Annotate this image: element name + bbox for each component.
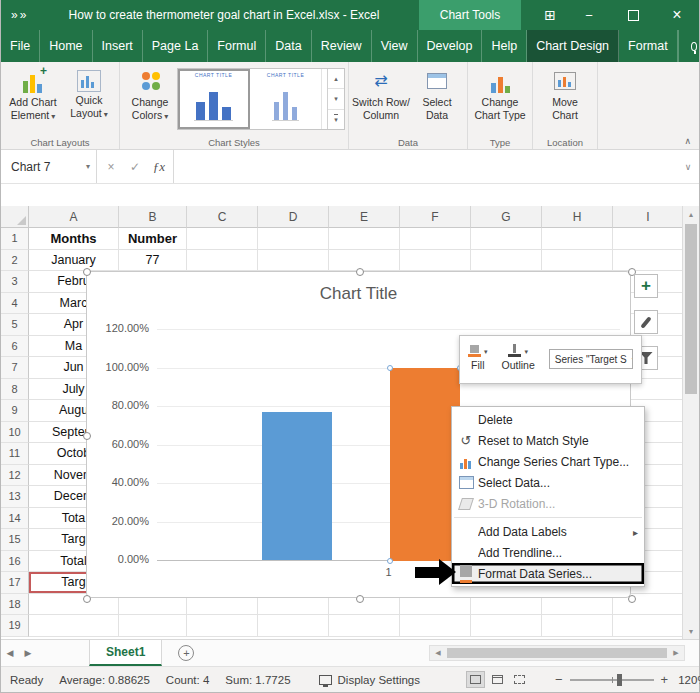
cell-d19[interactable]	[258, 615, 329, 637]
quick-access-toolbar-icon[interactable]	[11, 0, 28, 30]
minimize-button[interactable]	[567, 0, 611, 30]
select-all-button[interactable]	[1, 206, 29, 228]
gallery-more-icon[interactable]	[328, 110, 344, 129]
normal-view-icon[interactable]	[466, 671, 485, 688]
row-header-6[interactable]: 6	[1, 336, 29, 358]
tab-home[interactable]: Home	[40, 30, 92, 62]
cell-i2[interactable]	[613, 250, 684, 272]
column-header-c[interactable]: C	[187, 206, 258, 228]
select-data-button[interactable]: Select Data	[410, 65, 464, 122]
cell-c1[interactable]	[187, 228, 258, 250]
row-header-14[interactable]: 14	[1, 508, 29, 530]
row-header-12[interactable]: 12	[1, 465, 29, 487]
gallery-down-icon[interactable]	[328, 89, 344, 109]
expand-formula-bar-icon[interactable]	[677, 150, 699, 183]
tab-page-la[interactable]: Page La	[143, 30, 209, 62]
sheet-nav-left-icon[interactable]	[1, 640, 19, 666]
menu-item-reset-to-match-style[interactable]: Reset to Match Style	[452, 430, 644, 451]
zoom-in-icon[interactable]	[661, 672, 669, 687]
row-header-19[interactable]: 19	[1, 615, 29, 637]
outline-button[interactable]: Outline	[502, 341, 535, 378]
cell-a1[interactable]: Months	[29, 228, 119, 250]
column-header-a[interactable]: A	[29, 206, 119, 228]
tab-chart-design[interactable]: Chart Design	[527, 30, 619, 62]
tab-insert[interactable]: Insert	[93, 30, 143, 62]
menu-item-change-series-chart-type[interactable]: Change Series Chart Type...	[452, 451, 644, 472]
chart-selection-handle[interactable]	[83, 595, 91, 603]
sheet-tab-sheet1[interactable]: Sheet1	[89, 640, 162, 666]
enter-icon[interactable]: ✓	[123, 160, 147, 174]
formula-input[interactable]	[174, 150, 677, 183]
status-average[interactable]: Average: 0.88625	[59, 674, 150, 686]
row-header-11[interactable]: 11	[1, 443, 29, 465]
scroll-left-icon[interactable]	[431, 649, 445, 657]
cell-e1[interactable]	[329, 228, 400, 250]
horizontal-scrollbar-thumb[interactable]	[447, 648, 667, 658]
move-chart-button[interactable]: Move Chart	[536, 65, 594, 122]
cell-g19[interactable]	[471, 615, 542, 637]
cell-h1[interactable]	[542, 228, 613, 250]
tab-file[interactable]: File	[1, 30, 40, 62]
chart-selection-handle[interactable]	[83, 268, 91, 276]
cell-g2[interactable]	[471, 250, 542, 272]
cell-a19[interactable]	[29, 615, 119, 637]
tab-help[interactable]: Help	[482, 30, 527, 62]
sheet-nav-right-icon[interactable]	[19, 640, 37, 666]
zoom-slider-thumb[interactable]	[617, 674, 622, 686]
chart-selection-handle[interactable]	[356, 268, 364, 276]
add-chart-element-button[interactable]: Add Chart Element	[4, 65, 62, 122]
status-sum[interactable]: Sum: 1.7725	[225, 674, 290, 686]
row-header-3[interactable]: 3	[1, 271, 29, 293]
cell-c2[interactable]	[187, 250, 258, 272]
chart-title[interactable]: Chart Title	[87, 284, 630, 304]
cell-d2[interactable]	[258, 250, 329, 272]
chart-styles-button[interactable]	[634, 310, 658, 334]
row-header-8[interactable]: 8	[1, 379, 29, 401]
fill-button[interactable]: Fill	[468, 341, 488, 378]
chart-style-2[interactable]: CHART TITLE	[250, 69, 322, 129]
cell-f2[interactable]	[400, 250, 471, 272]
chart-elements-button[interactable]	[634, 274, 658, 298]
menu-item-add-trendline[interactable]: Add Trendline...	[452, 542, 644, 563]
horizontal-scrollbar[interactable]	[429, 645, 685, 661]
switch-row-column-button[interactable]: Switch Row/ Column	[352, 65, 410, 122]
row-header-9[interactable]: 9	[1, 400, 29, 422]
page-layout-view-icon[interactable]	[488, 671, 507, 688]
cell-d1[interactable]	[258, 228, 329, 250]
status-count[interactable]: Count: 4	[166, 674, 209, 686]
row-header-5[interactable]: 5	[1, 314, 29, 336]
column-header-h[interactable]: H	[542, 206, 613, 228]
collapse-ribbon-icon[interactable]	[684, 136, 691, 146]
tab-data[interactable]: Data	[266, 30, 311, 62]
cell-h2[interactable]	[542, 250, 613, 272]
scroll-right-icon[interactable]	[669, 649, 683, 657]
zoom-out-icon[interactable]	[555, 672, 563, 687]
series-selection-handle[interactable]	[387, 558, 393, 564]
chart-selection-handle[interactable]	[83, 432, 91, 440]
tab-formul[interactable]: Formul	[208, 30, 266, 62]
cell-e19[interactable]	[329, 615, 400, 637]
vertical-scrollbar[interactable]	[682, 206, 699, 639]
row-header-10[interactable]: 10	[1, 422, 29, 444]
column-header-f[interactable]: F	[400, 206, 471, 228]
column-header-e[interactable]: E	[329, 206, 400, 228]
menu-item-delete[interactable]: Delete	[452, 409, 644, 430]
cancel-icon[interactable]: ×	[99, 160, 123, 174]
cell-f19[interactable]	[400, 615, 471, 637]
change-colors-button[interactable]: Change Colors	[123, 65, 177, 122]
chart-bar-total[interactable]	[262, 412, 332, 561]
vertical-scrollbar-thumb[interactable]	[685, 224, 697, 394]
menu-item-format-data-series[interactable]: Format Data Series...	[452, 563, 644, 584]
menu-item-add-data-labels[interactable]: Add Data Labels	[452, 521, 644, 542]
change-chart-type-button[interactable]: Change Chart Type	[471, 65, 529, 122]
display-settings-button[interactable]: Display Settings	[319, 674, 420, 686]
series-selection-handle[interactable]	[387, 365, 393, 371]
name-box[interactable]: Chart 7	[1, 150, 97, 183]
row-header-7[interactable]: 7	[1, 357, 29, 379]
outline-dropdown-icon[interactable]	[524, 344, 528, 356]
quick-layout-button[interactable]: Quick Layout	[62, 65, 116, 120]
scroll-up-icon[interactable]	[683, 206, 699, 222]
row-header-15[interactable]: 15	[1, 529, 29, 551]
gallery-up-icon[interactable]	[328, 69, 344, 89]
chart-style-1[interactable]: CHART TITLE	[178, 69, 250, 129]
